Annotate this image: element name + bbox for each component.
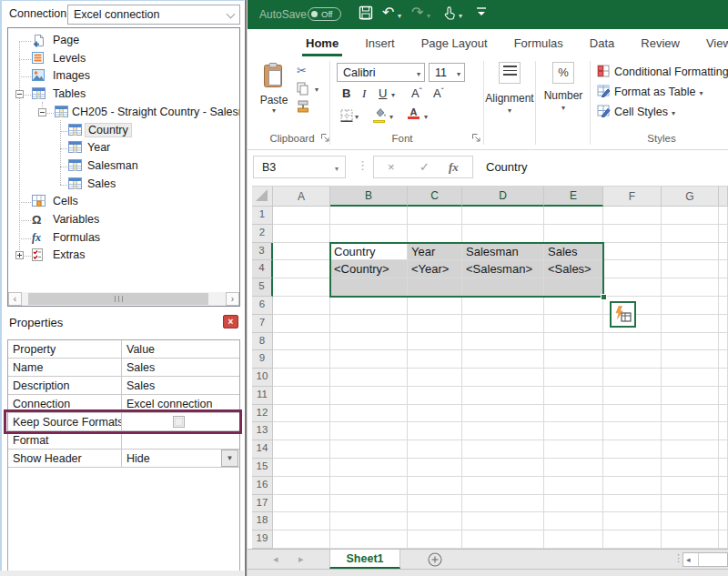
cell-H1[interactable] [719, 207, 728, 225]
selection-fill-handle[interactable] [601, 294, 607, 300]
cell-H18[interactable] [719, 512, 728, 531]
cell-A12[interactable] [273, 405, 330, 423]
cell-F14[interactable] [603, 440, 662, 459]
cell-E4[interactable]: <Sales> [544, 260, 603, 278]
cell-H6[interactable] [719, 297, 728, 315]
cell-H19[interactable] [719, 531, 728, 549]
row-header-6[interactable]: 6 [252, 297, 273, 315]
cell-B11[interactable] [330, 387, 408, 405]
sheet-tab-sheet1[interactable]: Sheet1 [329, 550, 400, 569]
cell-A18[interactable] [273, 512, 330, 531]
cell-D12[interactable] [462, 405, 544, 423]
cell-E18[interactable] [544, 512, 603, 531]
row-header-9[interactable]: 9 [252, 350, 273, 369]
column-header-B[interactable]: B [330, 186, 408, 207]
row-header-14[interactable]: 14 [252, 440, 273, 459]
column-header-F[interactable]: F [603, 186, 662, 207]
cell-E12[interactable] [544, 405, 603, 423]
cell-B13[interactable] [330, 422, 408, 440]
cell-G5[interactable] [662, 278, 719, 297]
cell-A11[interactable] [273, 387, 330, 405]
cell-A2[interactable] [273, 225, 330, 243]
row-header-5[interactable]: 5 [252, 278, 273, 297]
cell-C1[interactable] [408, 207, 462, 225]
tree-item-variables[interactable]: ΩVariables [8, 211, 239, 229]
cell-H16[interactable] [719, 477, 728, 495]
tree-item-sales[interactable]: Sales [8, 176, 239, 194]
cell-B8[interactable] [330, 333, 408, 351]
tree-item-formulas[interactable]: fxFormulas [8, 229, 239, 248]
cell-E3[interactable]: Sales [544, 243, 603, 261]
cell-B14[interactable] [330, 440, 408, 459]
horizontal-scrollbar[interactable]: ◂ [682, 552, 728, 567]
cell-H7[interactable] [719, 315, 728, 333]
add-sheet-icon[interactable] [428, 552, 442, 570]
cell-C7[interactable] [408, 315, 462, 333]
row-header-13[interactable]: 13 [252, 422, 273, 440]
tree-item-images[interactable]: Images [8, 67, 239, 86]
cell-E1[interactable] [544, 207, 603, 225]
cell-D16[interactable] [462, 477, 544, 495]
cell-G4[interactable] [662, 260, 719, 278]
row-header-3[interactable]: 3 [252, 243, 273, 261]
cell-E10[interactable] [544, 369, 603, 387]
cell-B18[interactable] [330, 512, 408, 531]
cell-C16[interactable] [408, 477, 462, 495]
cell-E15[interactable] [544, 459, 603, 477]
cell-H10[interactable] [719, 369, 728, 387]
row-header-12[interactable]: 12 [252, 405, 273, 423]
sheet-nav-right-icon[interactable]: ▸ [298, 553, 304, 565]
cell-G19[interactable] [662, 531, 719, 549]
cell-D9[interactable] [462, 350, 544, 369]
cell-D17[interactable] [462, 495, 544, 513]
cell-A9[interactable] [273, 350, 330, 369]
cell-G15[interactable] [662, 459, 719, 477]
cell-F12[interactable] [603, 405, 662, 423]
scroll-left-icon[interactable]: ‹ [8, 292, 22, 306]
cell-H13[interactable] [719, 422, 728, 440]
cell-F15[interactable] [603, 459, 662, 477]
cell-H12[interactable] [719, 405, 728, 423]
cell-B12[interactable] [330, 405, 408, 423]
sheet-nav-left-icon[interactable]: ◂ [273, 553, 278, 565]
column-header-D[interactable]: D [462, 186, 544, 207]
cell-F3[interactable] [603, 243, 662, 261]
scroll-left-icon[interactable]: ◂ [686, 555, 691, 564]
cell-F13[interactable] [603, 422, 662, 440]
tree-horizontal-scrollbar[interactable]: ‹› [8, 292, 239, 306]
cell-D14[interactable] [462, 440, 544, 459]
cell-E11[interactable] [544, 387, 603, 405]
cell-B2[interactable] [330, 225, 408, 243]
cell-B15[interactable] [330, 459, 408, 477]
row-header-16[interactable]: 16 [252, 477, 273, 495]
cell-A14[interactable] [273, 440, 330, 459]
cell-C14[interactable] [408, 440, 462, 459]
cell-D8[interactable] [462, 333, 544, 351]
cell-C3[interactable]: Year [408, 243, 462, 261]
row-header-7[interactable]: 7 [252, 315, 273, 333]
cell-F1[interactable] [603, 207, 662, 225]
cell-C10[interactable] [408, 369, 462, 387]
cell-G10[interactable] [662, 369, 719, 387]
connection-dropdown[interactable]: Excel connection [67, 5, 240, 25]
cell-G3[interactable] [662, 243, 719, 261]
cell-B17[interactable] [330, 495, 408, 513]
cell-E19[interactable] [544, 531, 603, 549]
row-header-19[interactable]: 19 [252, 531, 273, 549]
cell-C8[interactable] [408, 333, 462, 351]
column-header-partial[interactable] [719, 186, 728, 207]
row-header-1[interactable]: 1 [252, 207, 273, 225]
show-header-dropdown-button[interactable]: ▼ [221, 450, 238, 467]
tree-item-levels[interactable]: Levels [8, 50, 239, 68]
cell-F18[interactable] [603, 512, 662, 531]
cell-G12[interactable] [662, 405, 719, 423]
cell-C11[interactable] [408, 387, 462, 405]
cell-H4[interactable] [719, 260, 728, 278]
cell-G16[interactable] [662, 477, 719, 495]
cell-C6[interactable] [408, 297, 462, 315]
cell-A6[interactable] [273, 297, 330, 315]
cell-A7[interactable] [273, 315, 330, 333]
cell-C13[interactable] [408, 422, 462, 440]
cell-D1[interactable] [462, 207, 544, 225]
cell-E5[interactable] [544, 278, 603, 297]
